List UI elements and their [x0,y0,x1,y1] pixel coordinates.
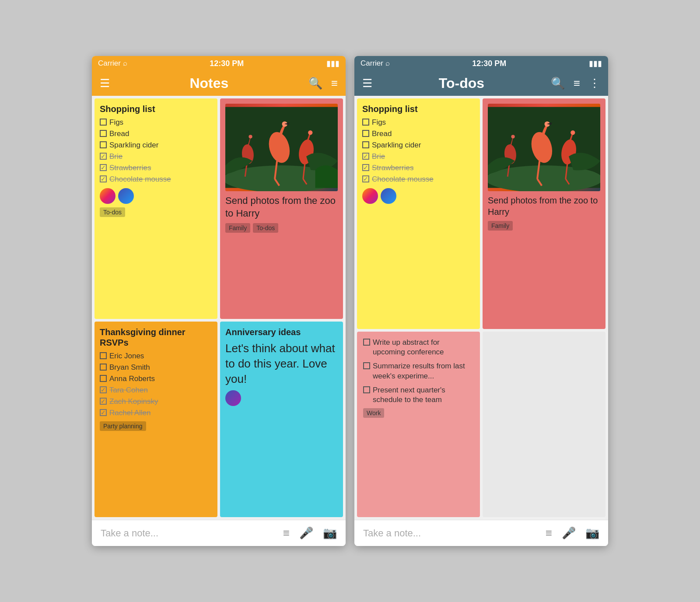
avatar-1 [100,188,116,204]
checkbox-figs[interactable] [100,119,107,126]
svg-point-20 [570,130,575,135]
shopping-list-title: Shopping list [100,104,212,114]
checkbox-bread-2[interactable] [362,130,369,137]
checkbox-rachel[interactable] [100,409,107,416]
list-item: Tara Cohen [100,385,212,395]
checkbox-chocolate[interactable] [100,175,107,182]
item-brie-2: Brie [372,152,385,161]
checkbox-cider[interactable] [100,141,107,148]
svg-point-11 [248,135,252,138]
item-present: Present next quarter's schedule to the t… [373,385,474,405]
carrier-wifi-2: Carrier ⌕ [360,59,390,68]
flamingo-text-2: Send photos from the zoo to Harry [488,195,600,217]
thanksgiving-tags: Party planning [100,421,212,431]
battery-todos: ▮▮▮ [589,59,602,68]
list-icon[interactable]: ≡ [283,526,290,540]
camera-icon-2[interactable]: 📷 [585,526,599,540]
mic-icon[interactable]: 🎤 [299,526,313,540]
item-eric: Eric Jones [109,351,144,361]
tag-family-2[interactable]: Family [488,221,513,231]
todos-grid: Shopping list Figs Bread Sparkling cider… [354,96,608,520]
checkbox-tara[interactable] [100,386,107,393]
svg-point-7 [308,130,312,135]
flamingo-card[interactable]: Send photos from the zoo to Harry Family… [220,98,343,319]
anniversary-avatars [225,390,338,406]
item-zach: Zach Kopinsky [109,397,158,406]
item-figs: Figs [109,118,123,127]
checkbox-summarize[interactable] [363,362,370,369]
menu-icon-2[interactable]: ☰ [362,77,372,90]
tag-todos-2[interactable]: To-dos [253,223,278,233]
list-item: Strawberries [362,163,475,173]
checkbox-figs-2[interactable] [362,119,369,126]
todos-title: To-dos [439,75,484,91]
menu-icon[interactable]: ☰ [100,77,110,90]
more-icon[interactable]: ⋮ [589,77,600,90]
phone-container: Carrier ⌕ 12:30 PM ▮▮▮ ☰ Notes 🔍 ≡ Shopp… [92,56,608,546]
work-todos-card[interactable]: Write up abstract for upcoming conferenc… [357,332,480,517]
checkbox-anna[interactable] [100,375,107,382]
todos-header: ☰ To-dos 🔍 ≡ ⋮ [354,71,608,96]
list-item: Bryan Smith [100,363,212,372]
list-item: Summarize results from last week's exper… [363,361,474,381]
search-icon[interactable]: 🔍 [308,77,322,90]
list-view-icon-2[interactable]: ≡ [574,77,580,90]
empty-space [483,332,606,517]
tag-party[interactable]: Party planning [100,421,146,431]
checkbox-strawberries[interactable] [100,164,107,171]
shopping-list-card[interactable]: Shopping list Figs Bread Sparkling cider… [94,98,217,319]
checkbox-abstract[interactable] [363,339,370,346]
shopping-list-card-2[interactable]: Shopping list Figs Bread Sparkling cider… [357,98,480,329]
item-brie: Brie [109,152,122,161]
camera-icon[interactable]: 📷 [323,526,337,540]
list-item: Sparkling cider [100,140,212,150]
tag-todos[interactable]: To-dos [100,207,125,217]
list-view-icon[interactable]: ≡ [331,77,338,90]
list-item: Write up abstract for upcoming conferenc… [363,338,474,357]
checkbox-cider-2[interactable] [362,141,369,148]
checkbox-strawberries-2[interactable] [362,164,369,171]
item-anna: Anna Roberts [109,374,155,384]
work-tags: Work [363,408,474,418]
item-tara: Tara Cohen [109,385,148,395]
flamingo-card-2[interactable]: Send photos from the zoo to Harry Family [483,98,606,329]
checkbox-chocolate-2[interactable] [362,175,369,182]
checkbox-brie-2[interactable] [362,153,369,160]
checkbox-eric[interactable] [100,352,107,359]
checkbox-present[interactable] [363,386,370,393]
item-cider: Sparkling cider [109,140,158,150]
battery-icon: ▮▮▮ [326,59,340,68]
take-note-placeholder[interactable]: Take a note... [101,528,283,539]
anniversary-avatar [225,390,241,406]
item-chocolate-2: Chocolate mousse [372,175,434,184]
list-item: Sparkling cider [362,140,475,150]
list-item: Zach Kopinsky [100,397,212,406]
tag-work[interactable]: Work [363,408,384,418]
list-icon-2[interactable]: ≡ [546,526,552,540]
checkbox-zach[interactable] [100,398,107,405]
list-item: Rachel Allen [100,408,212,418]
tag-family[interactable]: Family [225,223,250,233]
flamingo-image [225,104,338,191]
notes-bottom-bar: Take a note... ≡ 🎤 📷 [92,520,346,546]
bottom-icons-2: ≡ 🎤 📷 [546,526,599,540]
thanksgiving-card[interactable]: Thanksgiving dinner RSVPs Eric Jones Bry… [94,322,217,517]
notes-phone: Carrier ⌕ 12:30 PM ▮▮▮ ☰ Notes 🔍 ≡ Shopp… [92,56,346,546]
item-chocolate: Chocolate mousse [109,175,171,184]
item-bread-2: Bread [372,129,392,139]
anniversary-card[interactable]: Anniversary ideas Let's think about what… [220,322,343,517]
list-item: Bread [362,129,475,139]
status-bar-todos: Carrier ⌕ 12:30 PM ▮▮▮ [354,56,608,71]
list-item: Chocolate mousse [362,175,475,184]
item-figs-2: Figs [372,118,386,127]
battery-notes: ▮▮▮ [326,59,340,68]
search-icon-2[interactable]: 🔍 [551,77,565,90]
list-item: Brie [362,152,475,161]
anniversary-title: Anniversary ideas [225,327,338,337]
item-rachel: Rachel Allen [109,408,151,418]
checkbox-bryan[interactable] [100,364,107,371]
checkbox-brie[interactable] [100,153,107,160]
checkbox-bread[interactable] [100,130,107,137]
mic-icon-2[interactable]: 🎤 [562,526,576,540]
take-note-placeholder-2[interactable]: Take a note... [363,528,546,539]
